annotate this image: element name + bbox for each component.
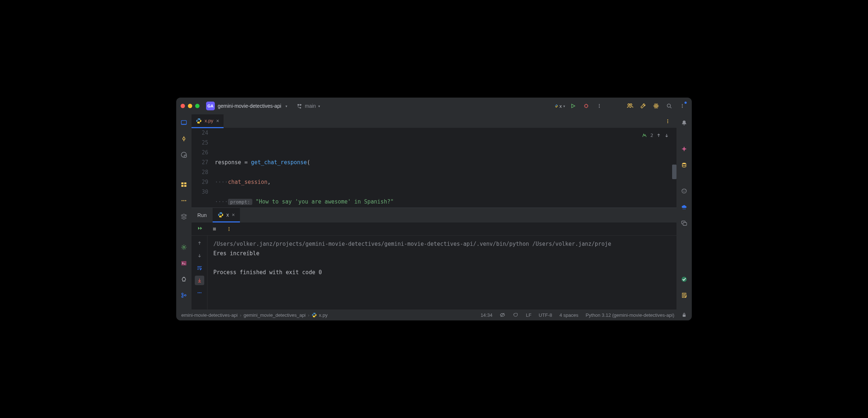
svg-point-1 — [599, 104, 600, 105]
debug-button[interactable] — [581, 101, 591, 111]
svg-point-29 — [667, 119, 668, 120]
git-tool-button[interactable] — [179, 291, 189, 300]
svg-point-13 — [183, 138, 185, 140]
terminal-tool-button[interactable] — [179, 259, 189, 268]
scroll-up-button[interactable] — [195, 238, 204, 248]
more-tool-button[interactable] — [179, 196, 189, 205]
svg-point-24 — [183, 247, 185, 248]
editor-tabs-rest — [224, 114, 676, 128]
run-button[interactable] — [568, 101, 578, 111]
cloud-button[interactable] — [679, 202, 689, 212]
status-bar: emini-movie-detectives-api › gemini_movi… — [176, 309, 692, 320]
soft-wrap-button[interactable] — [195, 263, 204, 273]
run-tool-window: Run x × — [192, 208, 676, 309]
indent[interactable]: 4 spaces — [559, 312, 578, 318]
notifications-button[interactable] — [679, 118, 689, 127]
search-button[interactable] — [664, 101, 674, 111]
inspection-icon — [642, 133, 647, 138]
code-content[interactable]: response = get_chat_response( ····chat_s… — [213, 128, 672, 208]
eye-off-icon[interactable] — [500, 312, 505, 318]
maximize-window-button[interactable] — [195, 104, 200, 108]
svg-point-28 — [185, 295, 186, 296]
interpreter[interactable]: Python 3.12 (gemini-movie-detectives-api… — [586, 312, 675, 318]
scroll-to-end-button[interactable] — [195, 276, 204, 285]
rerun-button[interactable] — [195, 224, 205, 234]
editor-scrollbar[interactable] — [672, 128, 676, 208]
svg-rect-17 — [181, 182, 184, 184]
git-branch[interactable]: main ▾ — [297, 103, 320, 109]
tab-options-button[interactable] — [663, 116, 673, 126]
svg-rect-20 — [184, 185, 186, 187]
left-tool-rail: ? — [176, 114, 192, 309]
svg-point-0 — [585, 104, 588, 107]
more-actions-button[interactable] — [594, 101, 604, 111]
pull-requests-button[interactable]: ? — [179, 150, 189, 159]
svg-point-31 — [667, 122, 668, 123]
close-run-tab-button[interactable]: × — [232, 212, 235, 218]
svg-point-40 — [683, 191, 684, 192]
svg-point-10 — [682, 106, 683, 107]
output-command: /Users/volker.janz/projects/gemini-movie… — [213, 241, 611, 247]
svg-rect-25 — [181, 261, 186, 265]
commit-tool-button[interactable] — [179, 134, 189, 143]
breadcrumbs[interactable]: emini-movie-detectives-api › gemini_movi… — [181, 312, 474, 318]
cursor-position[interactable]: 14:34 — [481, 312, 493, 318]
window-controls — [181, 104, 200, 108]
chevron-down-icon[interactable]: ▾ — [285, 104, 287, 108]
minimize-window-button[interactable] — [188, 104, 192, 108]
line-number: 29 — [192, 177, 208, 187]
run-tab-x[interactable]: x × — [213, 208, 240, 222]
python-icon — [555, 103, 558, 109]
scroll-down-button[interactable] — [195, 251, 204, 260]
status-right: 14:34 LF UTF-8 4 spaces Python 3.12 (gem… — [481, 312, 687, 318]
output-exit: Process finished with exit code 0 — [213, 269, 322, 276]
run-body: /Users/volker.janz/projects/gemini-movie… — [192, 236, 676, 309]
atom-icon[interactable] — [651, 101, 661, 111]
arrow-down-icon[interactable] — [664, 133, 669, 138]
code-editor[interactable]: 24 25 26 27 28 29 30 response = get_chat… — [192, 128, 676, 208]
svg-point-2 — [599, 106, 600, 107]
lock-icon[interactable] — [682, 312, 687, 318]
settings-tool-button[interactable] — [179, 242, 189, 252]
svg-rect-19 — [181, 185, 184, 187]
titlebar: GA gemini-movie-detectives-api ▾ main ▾ … — [176, 98, 692, 114]
encoding[interactable]: UTF-8 — [539, 312, 552, 318]
svg-point-41 — [684, 191, 685, 192]
line-separator[interactable]: LF — [526, 312, 531, 318]
copilot-chat-button[interactable] — [679, 218, 689, 228]
project-name[interactable]: gemini-movie-detectives-api — [218, 103, 281, 109]
project-tool-button[interactable] — [179, 118, 189, 127]
sync-ok-button[interactable] — [679, 275, 689, 284]
breadcrumb-item[interactable]: emini-movie-detectives-api — [181, 312, 238, 318]
code-with-me-button[interactable] — [625, 101, 635, 111]
scrollbar-thumb[interactable] — [672, 165, 676, 179]
run-more-button[interactable] — [224, 224, 234, 234]
run-output[interactable]: /Users/volker.janz/projects/gemini-movie… — [208, 236, 676, 309]
breadcrumb-item[interactable]: x.py — [319, 312, 328, 318]
copilot-status-icon[interactable] — [513, 312, 518, 318]
copilot-button[interactable] — [679, 186, 689, 196]
stop-button[interactable] — [210, 224, 219, 234]
stack-tool-button[interactable] — [179, 212, 189, 221]
arrow-up-icon[interactable] — [656, 133, 661, 138]
token-func: get_chat_response — [251, 159, 307, 166]
run-gutter-more-button[interactable] — [195, 288, 204, 297]
run-config-selector[interactable]: x ▾ — [555, 101, 565, 111]
structure-tool-button[interactable] — [179, 180, 189, 189]
editor-inspection-widget[interactable]: 2 — [642, 130, 669, 140]
problems-tool-button[interactable] — [179, 275, 189, 284]
run-gutter — [192, 236, 208, 309]
breadcrumb-item[interactable]: gemini_movie_detectives_api — [244, 312, 306, 318]
ai-assistant-button[interactable] — [679, 144, 689, 154]
settings-button[interactable] — [677, 101, 687, 111]
python-icon — [196, 118, 202, 124]
svg-point-23 — [185, 200, 186, 201]
editor-tab-xpy[interactable]: x.py × — [192, 114, 224, 128]
svg-point-33 — [229, 227, 229, 228]
close-window-button[interactable] — [181, 104, 185, 108]
close-tab-button[interactable]: × — [216, 118, 219, 124]
run-toolbar — [192, 222, 676, 236]
tools-button[interactable] — [638, 101, 648, 111]
database-button[interactable] — [679, 160, 689, 170]
todo-button[interactable] — [679, 291, 689, 300]
